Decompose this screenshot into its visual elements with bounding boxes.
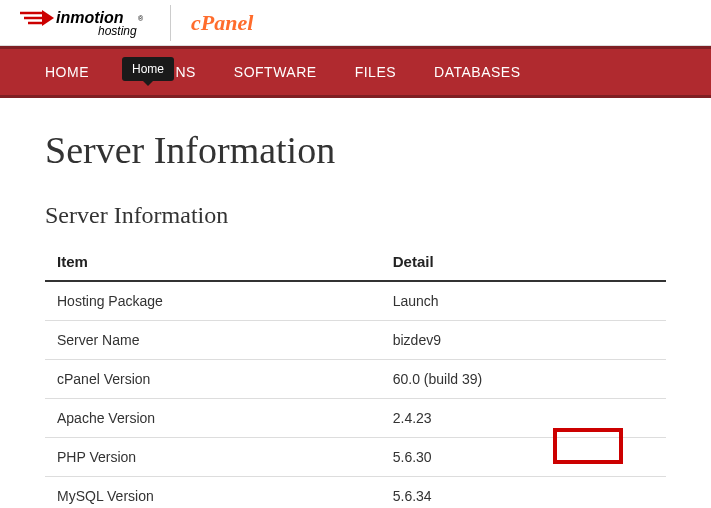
server-info-table: Item Detail Hosting Package Launch Serve… — [45, 243, 666, 508]
svg-marker-3 — [42, 10, 54, 26]
header: inmotion ® hosting cPanel — [0, 0, 711, 46]
content: Server Information Server Information It… — [0, 98, 711, 508]
nav-databases[interactable]: DATABASES — [434, 64, 520, 80]
svg-text:®: ® — [138, 15, 144, 22]
table-row: Hosting Package Launch — [45, 281, 666, 321]
tooltip-home: Home — [122, 57, 174, 81]
table-row: Apache Version 2.4.23 — [45, 399, 666, 438]
table-row: PHP Version 5.6.30 — [45, 438, 666, 477]
cell-detail: 60.0 (build 39) — [389, 360, 666, 399]
nav-bar: HOME Home DOMAINS SOFTWARE FILES DATABAS… — [0, 46, 711, 98]
table-header-item: Item — [45, 243, 389, 281]
table-header-detail: Detail — [389, 243, 666, 281]
cell-item: MySQL Version — [45, 477, 389, 509]
cell-item: PHP Version — [45, 438, 389, 477]
inmotion-logo[interactable]: inmotion ® hosting — [20, 5, 171, 41]
cell-item: Hosting Package — [45, 281, 389, 321]
cell-detail: 5.6.34 — [389, 477, 666, 509]
cell-item: Server Name — [45, 321, 389, 360]
nav-home[interactable]: HOME — [45, 64, 89, 80]
section-title: Server Information — [45, 202, 666, 229]
table-row: MySQL Version 5.6.34 — [45, 477, 666, 509]
table-row: Server Name bizdev9 — [45, 321, 666, 360]
cell-item: cPanel Version — [45, 360, 389, 399]
cell-detail: 2.4.23 — [389, 399, 666, 438]
nav-files[interactable]: FILES — [355, 64, 396, 80]
page-title: Server Information — [45, 128, 666, 172]
svg-text:hosting: hosting — [98, 24, 137, 38]
cpanel-logo[interactable]: cPanel — [171, 10, 253, 36]
nav-software[interactable]: SOFTWARE — [234, 64, 317, 80]
cell-detail: Launch — [389, 281, 666, 321]
cell-detail: bizdev9 — [389, 321, 666, 360]
cell-detail: 5.6.30 — [389, 438, 666, 477]
cell-item: Apache Version — [45, 399, 389, 438]
table-row: cPanel Version 60.0 (build 39) — [45, 360, 666, 399]
